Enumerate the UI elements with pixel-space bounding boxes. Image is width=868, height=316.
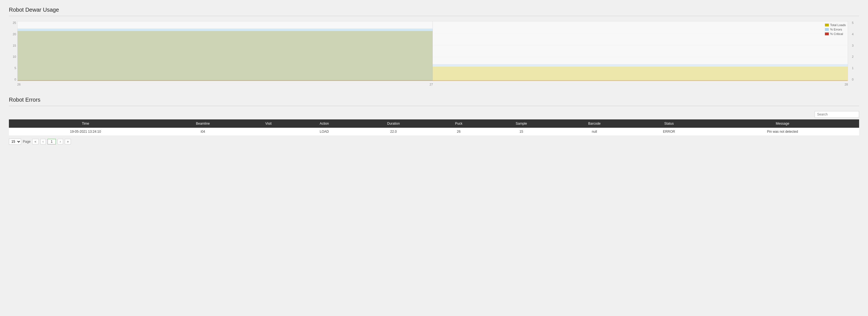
legend-label-pct-errors: % Errors: [830, 28, 842, 31]
legend-color-total-loads: [825, 24, 829, 26]
cell-status: ERROR: [632, 128, 706, 136]
per-page-select[interactable]: 10 15 20 50: [9, 139, 21, 145]
page-label: Page: [23, 140, 31, 144]
col-visit: Visit: [244, 119, 293, 128]
chart-svg: [18, 22, 848, 81]
y-left-label-5: 5: [14, 66, 16, 70]
y-right-label-2: 2: [852, 55, 854, 58]
cell-visit: [244, 128, 293, 136]
legend-color-pct-errors: [825, 28, 829, 31]
prev-page-button[interactable]: ‹: [40, 139, 46, 144]
y-right-label-5: 5: [852, 21, 854, 25]
x-label-26: 26: [17, 83, 21, 86]
pagination-row: 10 15 20 50 Page « ‹ › »: [9, 139, 859, 145]
col-action: Action: [293, 119, 355, 128]
errors-table: Time Beamline Visit Action Duration Puck…: [9, 119, 859, 136]
y-right-label-1: 1: [852, 66, 854, 70]
y-left-label-20: 20: [13, 33, 16, 36]
search-row: [9, 111, 859, 118]
y-right-label-3: 3: [852, 44, 854, 47]
col-time: Time: [9, 119, 162, 128]
dewar-section-title: Robot Dewar Usage: [9, 7, 859, 13]
legend-color-pct-critical: [825, 33, 829, 35]
x-label-27: 27: [430, 83, 433, 86]
table-header: Time Beamline Visit Action Duration Puck…: [9, 119, 859, 128]
col-barcode: Barcode: [557, 119, 632, 128]
col-beamline: Beamline: [162, 119, 244, 128]
chart-legend: Total Loads % Errors % Critical: [825, 23, 846, 36]
cell-message: Pin was not detected: [706, 128, 859, 136]
cell-puck: 26: [432, 128, 486, 136]
legend-label-total-loads: Total Loads: [830, 23, 846, 27]
page-number-input[interactable]: [48, 139, 56, 144]
legend-item-pct-critical: % Critical: [825, 32, 846, 36]
table-header-row: Time Beamline Visit Action Duration Puck…: [9, 119, 859, 128]
table-body: 19-05-2021 13:24:10i04LOAD22.02615nullER…: [9, 128, 859, 136]
y-axis-right: 5 4 3 2 1 0: [851, 21, 859, 81]
legend-item-pct-errors: % Errors: [825, 28, 846, 31]
last-page-button[interactable]: »: [65, 139, 71, 144]
legend-label-pct-critical: % Critical: [830, 32, 843, 36]
cell-sample: 15: [486, 128, 557, 136]
errors-divider: [9, 106, 859, 106]
col-sample: Sample: [486, 119, 557, 128]
svg-marker-7: [433, 67, 848, 81]
col-puck: Puck: [432, 119, 486, 128]
table-row: 19-05-2021 13:24:10i04LOAD22.02615nullER…: [9, 128, 859, 136]
svg-marker-5: [18, 31, 433, 81]
dewar-section: Robot Dewar Usage 25 20 15 10 5 0: [9, 7, 859, 88]
cell-duration: 22.0: [355, 128, 432, 136]
cell-barcode: null: [557, 128, 632, 136]
y-right-label-0: 0: [852, 78, 854, 81]
cell-beamline: i04: [162, 128, 244, 136]
y-axis-left: 25 20 15 10 5 0: [9, 21, 17, 81]
x-label-28: 28: [845, 83, 848, 86]
cell-action: LOAD: [293, 128, 355, 136]
y-left-label-10: 10: [13, 55, 16, 58]
y-left-label-15: 15: [13, 44, 16, 47]
errors-section-title: Robot Errors: [9, 97, 859, 103]
chart-container: 25 20 15 10 5 0: [9, 21, 859, 88]
col-message: Message: [706, 119, 859, 128]
y-left-label-25: 25: [13, 21, 16, 25]
errors-section: Robot Errors Time Beamline Visit Action …: [9, 97, 859, 145]
y-left-label-0: 0: [14, 78, 16, 81]
col-duration: Duration: [355, 119, 432, 128]
x-axis: 26 27 28: [17, 81, 848, 88]
chart-plot: [17, 21, 848, 81]
y-right-label-4: 4: [852, 33, 854, 36]
dewar-divider: [9, 16, 859, 16]
svg-marker-8: [433, 64, 848, 67]
cell-time: 19-05-2021 13:24:10: [9, 128, 162, 136]
first-page-button[interactable]: «: [32, 139, 39, 144]
next-page-button[interactable]: ›: [58, 139, 63, 144]
search-input[interactable]: [815, 111, 859, 118]
col-status: Status: [632, 119, 706, 128]
legend-item-total-loads: Total Loads: [825, 23, 846, 27]
page-container: Robot Dewar Usage 25 20 15 10 5 0: [0, 0, 868, 151]
